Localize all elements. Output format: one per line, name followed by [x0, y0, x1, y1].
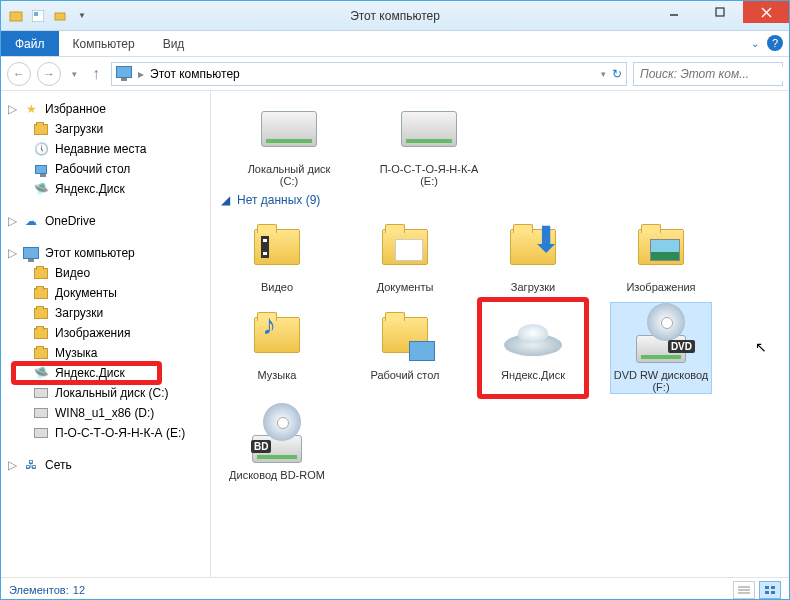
- drive-item-c[interactable]: Локальный диск (C:): [239, 97, 339, 187]
- ribbon-tabs: Файл Компьютер Вид ⌄ ?: [1, 31, 789, 57]
- sidebar-favorites-header[interactable]: ▷★Избранное: [5, 99, 206, 119]
- search-input[interactable]: [640, 67, 790, 81]
- svg-rect-2: [34, 12, 38, 16]
- sidebar-favorites-label: Избранное: [45, 102, 106, 116]
- sidebar-item-yandex-disk-fav[interactable]: 🛸Яндекс.Диск: [5, 179, 206, 199]
- nav-history-dropdown[interactable]: ▾: [67, 69, 81, 79]
- nav-up-button[interactable]: ↑: [87, 65, 105, 83]
- section-header[interactable]: ◢ Нет данных (9): [221, 193, 779, 207]
- titlebar: ▼ Этот компьютер: [1, 1, 789, 31]
- svg-rect-14: [771, 591, 775, 594]
- nav-forward-button[interactable]: →: [37, 62, 61, 86]
- folder-pictures[interactable]: Изображения: [611, 215, 711, 293]
- address-row: ← → ▾ ↑ ▸ Этот компьютер ▾ ↻ 🔍: [1, 57, 789, 91]
- qat-properties-icon[interactable]: [29, 7, 47, 25]
- sidebar-item-videos[interactable]: Видео: [5, 263, 206, 283]
- sidebar-item-local-c[interactable]: Локальный диск (C:): [5, 383, 206, 403]
- sidebar-network[interactable]: ▷🖧Сеть: [5, 455, 206, 475]
- tab-view[interactable]: Вид: [149, 31, 199, 56]
- window-controls: [651, 1, 789, 23]
- sidebar-item-pictures[interactable]: Изображения: [5, 323, 206, 343]
- svg-rect-5: [716, 8, 724, 16]
- status-count-value: 12: [73, 584, 85, 596]
- search-box[interactable]: 🔍: [633, 62, 783, 86]
- address-bar[interactable]: ▸ Этот компьютер ▾ ↻: [111, 62, 627, 86]
- content-pane: Локальный диск (C:) П-О-С-Т-О-Я-Н-К-А (E…: [211, 91, 789, 577]
- location-icon: [116, 66, 132, 81]
- navigation-pane: ▷★Избранное Загрузки 🕔Недавние места Раб…: [1, 91, 211, 577]
- collapse-icon[interactable]: ◢: [221, 193, 231, 207]
- maximize-button[interactable]: [697, 1, 743, 23]
- breadcrumb-dropdown-icon[interactable]: ▾: [601, 69, 606, 79]
- view-details-button[interactable]: [733, 581, 755, 599]
- svg-rect-0: [10, 12, 22, 21]
- sidebar-item-music[interactable]: Музыка: [5, 343, 206, 363]
- svg-rect-12: [771, 586, 775, 589]
- main-area: ▷★Избранное Загрузки 🕔Недавние места Раб…: [1, 91, 789, 577]
- drive-dvd-rw[interactable]: DVDDVD RW дисковод (F:): [611, 303, 711, 393]
- status-bar: Элементов: 12: [1, 577, 789, 600]
- folder-music[interactable]: ♪Музыка: [227, 303, 327, 393]
- folder-yandex-disk[interactable]: Яндекс.Диск: [483, 303, 583, 393]
- view-icons-button[interactable]: [759, 581, 781, 599]
- sidebar-item-desktop[interactable]: Рабочий стол: [5, 159, 206, 179]
- sidebar-thispc-header[interactable]: ▷Этот компьютер: [5, 243, 206, 263]
- tab-computer[interactable]: Компьютер: [59, 31, 149, 56]
- svg-rect-11: [765, 586, 769, 589]
- window-title: Этот компьютер: [350, 9, 440, 23]
- nav-back-button[interactable]: ←: [7, 62, 31, 86]
- drive-item-e[interactable]: П-О-С-Т-О-Я-Н-К-А (E:): [379, 97, 479, 187]
- sidebar-item-downloads[interactable]: Загрузки: [5, 119, 206, 139]
- minimize-button[interactable]: [651, 1, 697, 23]
- quick-access-toolbar: ▼: [1, 7, 91, 25]
- breadcrumb[interactable]: Этот компьютер: [150, 67, 240, 81]
- svg-rect-3: [55, 13, 65, 20]
- sidebar-item-documents[interactable]: Документы: [5, 283, 206, 303]
- svg-rect-13: [765, 591, 769, 594]
- sidebar-item-downloads-pc[interactable]: Загрузки: [5, 303, 206, 323]
- sidebar-item-drive-d[interactable]: WIN8_u1_x86 (D:): [5, 403, 206, 423]
- sidebar-item-drive-e[interactable]: П-О-С-Т-О-Я-Н-К-А (E:): [5, 423, 206, 443]
- sidebar-item-yandex-disk[interactable]: 🛸Яндекс.Диск: [5, 363, 206, 383]
- folder-downloads[interactable]: ⬇Загрузки: [483, 215, 583, 293]
- refresh-icon[interactable]: ↻: [612, 67, 622, 81]
- qat-dropdown-icon[interactable]: ▼: [73, 7, 91, 25]
- cursor-icon: ↖: [755, 339, 767, 355]
- drive-bd-rom[interactable]: BDДисковод BD-ROM: [227, 403, 327, 481]
- qat-new-folder-icon[interactable]: [51, 7, 69, 25]
- close-button[interactable]: [743, 1, 789, 23]
- folder-documents[interactable]: Документы: [355, 215, 455, 293]
- sidebar-onedrive[interactable]: ▷☁OneDrive: [5, 211, 206, 231]
- status-count-label: Элементов:: [9, 584, 69, 596]
- help-icon[interactable]: ?: [767, 35, 783, 51]
- tab-file[interactable]: Файл: [1, 31, 59, 56]
- app-icon: [7, 7, 25, 25]
- folder-desktop[interactable]: Рабочий стол: [355, 303, 455, 393]
- ribbon-expand-icon[interactable]: ⌄: [751, 38, 759, 49]
- sidebar-item-recent[interactable]: 🕔Недавние места: [5, 139, 206, 159]
- folder-videos[interactable]: Видео: [227, 215, 327, 293]
